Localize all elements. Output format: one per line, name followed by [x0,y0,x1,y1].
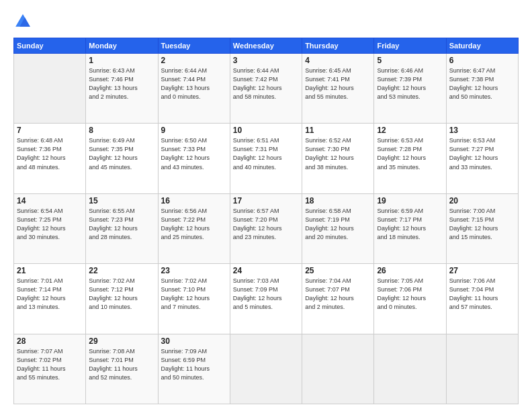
day-cell: 29Sunrise: 7:08 AM Sunset: 7:01 PM Dayli… [86,334,158,404]
day-cell: 27Sunrise: 7:06 AM Sunset: 7:04 PM Dayli… [446,264,518,334]
day-cell: 23Sunrise: 7:02 AM Sunset: 7:10 PM Dayli… [158,264,230,334]
day-detail: Sunrise: 7:03 AM Sunset: 7:09 PM Dayligh… [233,277,299,312]
day-number: 16 [161,196,227,205]
page: SundayMondayTuesdayWednesdayThursdayFrid… [0,0,532,411]
day-detail: Sunrise: 6:45 AM Sunset: 7:41 PM Dayligh… [305,66,371,101]
day-cell: 2Sunrise: 6:44 AM Sunset: 7:44 PM Daylig… [158,54,230,124]
day-number: 20 [449,196,515,205]
day-detail: Sunrise: 6:55 AM Sunset: 7:23 PM Dayligh… [89,207,154,242]
day-cell: 10Sunrise: 6:51 AM Sunset: 7:31 PM Dayli… [230,124,302,193]
day-detail: Sunrise: 6:43 AM Sunset: 7:46 PM Dayligh… [89,66,154,101]
calendar-table: SundayMondayTuesdayWednesdayThursdayFrid… [13,38,519,404]
day-number: 8 [89,126,154,135]
day-detail: Sunrise: 6:51 AM Sunset: 7:31 PM Dayligh… [233,136,299,171]
day-number: 23 [161,266,227,275]
day-number: 4 [305,56,371,65]
day-detail: Sunrise: 7:06 AM Sunset: 7:04 PM Dayligh… [449,277,515,312]
day-number: 11 [305,126,371,135]
day-cell: 6Sunrise: 6:47 AM Sunset: 7:38 PM Daylig… [446,54,518,124]
day-number: 26 [377,266,443,275]
day-detail: Sunrise: 6:49 AM Sunset: 7:35 PM Dayligh… [89,136,154,171]
day-cell: 18Sunrise: 6:58 AM Sunset: 7:19 PM Dayli… [302,193,374,263]
day-number: 29 [89,336,154,346]
day-number: 2 [161,56,227,65]
day-detail: Sunrise: 7:02 AM Sunset: 7:12 PM Dayligh… [89,277,154,312]
week-row-4: 21Sunrise: 7:01 AM Sunset: 7:14 PM Dayli… [14,264,519,334]
weekday-header-monday: Monday [86,38,158,54]
day-detail: Sunrise: 6:44 AM Sunset: 7:44 PM Dayligh… [161,66,227,101]
day-cell: 13Sunrise: 6:53 AM Sunset: 7:27 PM Dayli… [446,124,518,193]
day-cell [230,334,302,404]
day-detail: Sunrise: 6:46 AM Sunset: 7:39 PM Dayligh… [377,66,443,101]
day-cell: 12Sunrise: 6:53 AM Sunset: 7:28 PM Dayli… [374,124,446,193]
day-cell: 17Sunrise: 6:57 AM Sunset: 7:20 PM Dayli… [230,193,302,263]
logo-icon [13,12,32,31]
day-cell: 8Sunrise: 6:49 AM Sunset: 7:35 PM Daylig… [86,124,158,193]
day-cell: 3Sunrise: 6:44 AM Sunset: 7:42 PM Daylig… [230,54,302,124]
day-detail: Sunrise: 7:07 AM Sunset: 7:02 PM Dayligh… [17,347,83,382]
day-detail: Sunrise: 7:00 AM Sunset: 7:15 PM Dayligh… [449,207,515,242]
day-cell: 15Sunrise: 6:55 AM Sunset: 7:23 PM Dayli… [86,193,158,263]
day-cell: 9Sunrise: 6:50 AM Sunset: 7:33 PM Daylig… [158,124,230,193]
header [13,12,519,31]
day-cell: 19Sunrise: 6:59 AM Sunset: 7:17 PM Dayli… [374,193,446,263]
day-detail: Sunrise: 7:02 AM Sunset: 7:10 PM Dayligh… [161,277,227,312]
day-detail: Sunrise: 6:47 AM Sunset: 7:38 PM Dayligh… [449,66,515,101]
day-cell [446,334,518,404]
day-detail: Sunrise: 6:44 AM Sunset: 7:42 PM Dayligh… [233,66,299,101]
weekday-header-thursday: Thursday [302,38,374,54]
day-number: 7 [17,126,83,135]
day-detail: Sunrise: 6:53 AM Sunset: 7:28 PM Dayligh… [377,136,443,171]
day-number: 6 [449,56,515,65]
week-row-5: 28Sunrise: 7:07 AM Sunset: 7:02 PM Dayli… [14,334,519,404]
day-cell: 4Sunrise: 6:45 AM Sunset: 7:41 PM Daylig… [302,54,374,124]
day-detail: Sunrise: 6:53 AM Sunset: 7:27 PM Dayligh… [449,136,515,171]
day-cell: 1Sunrise: 6:43 AM Sunset: 7:46 PM Daylig… [86,54,158,124]
day-cell: 26Sunrise: 7:05 AM Sunset: 7:06 PM Dayli… [374,264,446,334]
day-detail: Sunrise: 6:58 AM Sunset: 7:19 PM Dayligh… [305,207,371,242]
day-detail: Sunrise: 7:05 AM Sunset: 7:06 PM Dayligh… [377,277,443,312]
day-number: 28 [17,336,83,346]
day-cell: 11Sunrise: 6:52 AM Sunset: 7:30 PM Dayli… [302,124,374,193]
weekday-header-tuesday: Tuesday [158,38,230,54]
weekday-header-sunday: Sunday [14,38,86,54]
day-number: 24 [233,266,299,275]
weekday-header-saturday: Saturday [446,38,518,54]
day-cell: 14Sunrise: 6:54 AM Sunset: 7:25 PM Dayli… [14,193,86,263]
day-cell: 16Sunrise: 6:56 AM Sunset: 7:22 PM Dayli… [158,193,230,263]
day-cell: 24Sunrise: 7:03 AM Sunset: 7:09 PM Dayli… [230,264,302,334]
weekday-header-wednesday: Wednesday [230,38,302,54]
logo [13,12,35,31]
day-number: 22 [89,266,154,275]
day-number: 15 [89,196,154,205]
week-row-2: 7Sunrise: 6:48 AM Sunset: 7:36 PM Daylig… [14,124,519,193]
day-detail: Sunrise: 6:48 AM Sunset: 7:36 PM Dayligh… [17,136,83,171]
day-cell [302,334,374,404]
day-number: 12 [377,126,443,135]
day-number: 10 [233,126,299,135]
day-number: 27 [449,266,515,275]
day-cell [14,54,86,124]
week-row-1: 1Sunrise: 6:43 AM Sunset: 7:46 PM Daylig… [14,54,519,124]
day-cell: 20Sunrise: 7:00 AM Sunset: 7:15 PM Dayli… [446,193,518,263]
day-number: 25 [305,266,371,275]
day-detail: Sunrise: 6:52 AM Sunset: 7:30 PM Dayligh… [305,136,371,171]
day-detail: Sunrise: 6:54 AM Sunset: 7:25 PM Dayligh… [17,207,83,242]
day-detail: Sunrise: 7:09 AM Sunset: 6:59 PM Dayligh… [161,347,227,382]
day-cell: 7Sunrise: 6:48 AM Sunset: 7:36 PM Daylig… [14,124,86,193]
weekday-header-friday: Friday [374,38,446,54]
day-number: 1 [89,56,154,65]
day-detail: Sunrise: 6:56 AM Sunset: 7:22 PM Dayligh… [161,207,227,242]
week-row-3: 14Sunrise: 6:54 AM Sunset: 7:25 PM Dayli… [14,193,519,263]
day-detail: Sunrise: 6:57 AM Sunset: 7:20 PM Dayligh… [233,207,299,242]
day-cell: 25Sunrise: 7:04 AM Sunset: 7:07 PM Dayli… [302,264,374,334]
day-detail: Sunrise: 7:01 AM Sunset: 7:14 PM Dayligh… [17,277,83,312]
day-detail: Sunrise: 6:50 AM Sunset: 7:33 PM Dayligh… [161,136,227,171]
day-cell: 5Sunrise: 6:46 AM Sunset: 7:39 PM Daylig… [374,54,446,124]
day-number: 18 [305,196,371,205]
day-number: 9 [161,126,227,135]
day-cell: 30Sunrise: 7:09 AM Sunset: 6:59 PM Dayli… [158,334,230,404]
day-detail: Sunrise: 7:04 AM Sunset: 7:07 PM Dayligh… [305,277,371,312]
day-number: 30 [161,336,227,346]
day-detail: Sunrise: 6:59 AM Sunset: 7:17 PM Dayligh… [377,207,443,242]
